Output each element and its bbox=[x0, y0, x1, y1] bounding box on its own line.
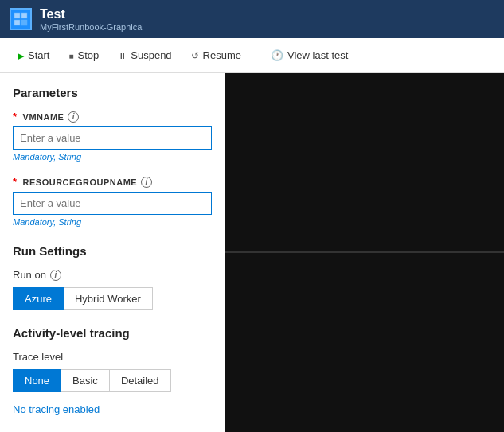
tracing-section: Activity-level tracing Trace level None … bbox=[13, 326, 212, 415]
resourcegroupname-required: * bbox=[13, 176, 18, 188]
resourcegroupname-label: RESOURCEGROUPNAME bbox=[23, 177, 138, 187]
run-settings-section: Run Settings Run on i Azure Hybrid Worke… bbox=[13, 244, 212, 310]
run-on-azure-button[interactable]: Azure bbox=[13, 287, 64, 310]
parameters-title: Parameters bbox=[13, 86, 212, 99]
view-last-test-label: View last test bbox=[287, 49, 348, 61]
trace-level-btn-group: None Basic Detailed bbox=[13, 369, 212, 392]
resume-label: Resume bbox=[203, 49, 241, 61]
no-tracing-status: No tracing enabled bbox=[13, 403, 212, 415]
trace-level-label: Trace level bbox=[13, 351, 212, 363]
title-bar: Test MyFirstRunbook-Graphical bbox=[0, 0, 504, 38]
resourcegroupname-info-icon[interactable]: i bbox=[141, 177, 152, 188]
resourcegroupname-field-group: * RESOURCEGROUPNAME i Mandatory, String bbox=[13, 176, 212, 227]
svg-rect-2 bbox=[14, 20, 20, 25]
vmname-field-group: * VMNAME i Mandatory, String bbox=[13, 111, 212, 162]
svg-rect-0 bbox=[14, 13, 20, 18]
main-layout: Parameters * VMNAME i Mandatory, String … bbox=[0, 73, 504, 432]
toolbar-divider bbox=[256, 48, 256, 64]
run-on-btn-group: Azure Hybrid Worker bbox=[13, 287, 212, 310]
tracing-title: Activity-level tracing bbox=[13, 326, 212, 340]
vmname-input[interactable] bbox=[13, 126, 212, 150]
right-panel-bottom bbox=[225, 253, 504, 433]
page-title: Test bbox=[40, 6, 144, 21]
run-on-info-icon[interactable]: i bbox=[50, 270, 61, 281]
parameters-section: Parameters * VMNAME i Mandatory, String … bbox=[13, 86, 212, 227]
vmname-hint: Mandatory, String bbox=[13, 152, 212, 162]
run-on-label: Run on bbox=[13, 269, 46, 281]
resourcegroupname-input[interactable] bbox=[13, 192, 212, 215]
pause-icon bbox=[118, 49, 127, 61]
stop-icon bbox=[68, 49, 73, 61]
right-panel bbox=[225, 73, 504, 432]
run-on-label-row: Run on i bbox=[13, 269, 212, 281]
start-label: Start bbox=[28, 49, 49, 61]
stop-button[interactable]: Stop bbox=[61, 45, 107, 65]
svg-rect-1 bbox=[21, 13, 27, 18]
trace-basic-button[interactable]: Basic bbox=[61, 369, 110, 392]
resourcegroupname-label-row: * RESOURCEGROUPNAME i bbox=[13, 176, 212, 188]
stop-label: Stop bbox=[78, 49, 100, 61]
vmname-label-row: * VMNAME i bbox=[13, 111, 212, 123]
resume-icon: ↺ bbox=[191, 50, 199, 61]
run-on-hybrid-worker-button[interactable]: Hybrid Worker bbox=[64, 287, 153, 310]
resume-button[interactable]: ↺ Resume bbox=[183, 45, 249, 65]
suspend-button[interactable]: Suspend bbox=[110, 45, 179, 65]
view-last-test-button[interactable]: 🕐 View last test bbox=[263, 45, 356, 65]
title-group: Test MyFirstRunbook-Graphical bbox=[40, 6, 144, 31]
toolbar: Start Stop Suspend ↺ Resume 🕐 View last … bbox=[0, 38, 504, 73]
clock-icon: 🕐 bbox=[271, 49, 283, 61]
vmname-label: VMNAME bbox=[23, 112, 64, 122]
vmname-info-icon[interactable]: i bbox=[68, 111, 79, 123]
svg-rect-3 bbox=[21, 20, 27, 25]
resourcegroupname-hint: Mandatory, String bbox=[13, 217, 212, 227]
page-subtitle: MyFirstRunbook-Graphical bbox=[40, 22, 144, 32]
app-icon bbox=[10, 8, 32, 30]
right-panel-top bbox=[225, 73, 504, 253]
vmname-required: * bbox=[13, 111, 18, 123]
trace-detailed-button[interactable]: Detailed bbox=[110, 369, 171, 392]
play-icon bbox=[18, 49, 24, 61]
suspend-label: Suspend bbox=[131, 49, 171, 61]
trace-none-button[interactable]: None bbox=[13, 369, 61, 392]
run-settings-title: Run Settings bbox=[13, 244, 212, 258]
start-button[interactable]: Start bbox=[10, 45, 57, 65]
left-panel: Parameters * VMNAME i Mandatory, String … bbox=[0, 73, 225, 432]
